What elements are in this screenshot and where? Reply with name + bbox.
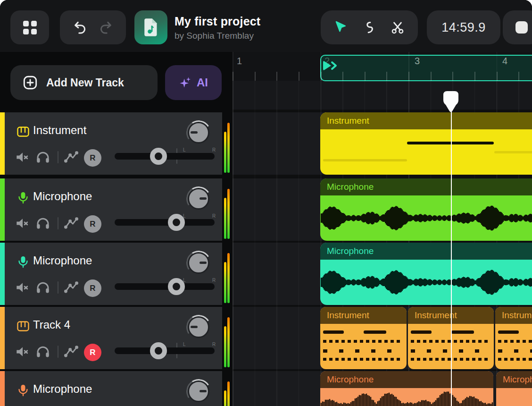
- pan-right-label: R: [212, 342, 216, 347]
- clip-microphone-salmon[interactable]: Microphone: [496, 371, 532, 406]
- volume-slider[interactable]: [115, 283, 215, 290]
- clip-microphone-teal[interactable]: Microphone: [320, 243, 532, 305]
- vu-meter-bar: [227, 123, 230, 173]
- midi-note: [411, 330, 432, 334]
- piano-icon: [17, 126, 29, 138]
- headphones-icon[interactable]: [36, 280, 50, 295]
- add-new-track-button[interactable]: Add New Track: [10, 65, 158, 100]
- clip-label: Microphone: [327, 374, 374, 385]
- volume-slider-handle[interactable]: [150, 342, 167, 359]
- track-name: Microphone: [33, 190, 92, 203]
- plus-square-icon: [23, 75, 38, 90]
- pan-knob[interactable]: [188, 316, 209, 338]
- divider: [58, 346, 58, 358]
- midi-note: [451, 330, 474, 334]
- vu-meter-bar: [224, 132, 226, 173]
- mute-icon[interactable]: [16, 150, 30, 164]
- record-arm-button[interactable]: R: [84, 344, 101, 361]
- clip-instrument-yellow[interactable]: Instrument: [320, 112, 532, 175]
- pan-knob-arc: [184, 118, 213, 147]
- track-row[interactable]: Microphone L R R: [0, 371, 222, 406]
- undo-icon[interactable]: [73, 20, 87, 34]
- volume-slider-handle[interactable]: [168, 214, 185, 231]
- cursor-tool-icon[interactable]: [334, 20, 348, 34]
- volume-slider[interactable]: [115, 219, 215, 226]
- headphones-icon[interactable]: [36, 345, 50, 359]
- audio-waveform: [320, 195, 532, 241]
- vu-meter-bar: [224, 262, 226, 303]
- pan-knob-indicator: [200, 390, 207, 392]
- pan-right-label: R: [212, 147, 216, 152]
- microphone-icon: [17, 384, 29, 397]
- clip-label: Instrument: [327, 116, 369, 126]
- track-color-strip: [0, 243, 5, 305]
- vu-meter-bar: [224, 390, 226, 406]
- automation-icon[interactable]: [64, 216, 78, 230]
- clip-microphone-salmon[interactable]: Microphone: [320, 371, 493, 406]
- audio-waveform: [320, 389, 493, 406]
- project-file-icon: [142, 18, 159, 37]
- clip-label: Microphone: [327, 246, 374, 256]
- midi-note-row: [323, 340, 403, 343]
- bar-number-1: 1: [237, 56, 242, 67]
- time-display: 14:59.9: [427, 10, 500, 44]
- clip-instrument-orange[interactable]: Instrument: [320, 307, 407, 369]
- track-color-strip: [0, 307, 5, 369]
- apps-menu-button[interactable]: [10, 10, 49, 44]
- track-row[interactable]: Microphone L R R: [0, 178, 222, 241]
- volume-slider-handle[interactable]: [150, 148, 167, 165]
- vu-meter-bar: [224, 198, 226, 239]
- pan-knob[interactable]: [188, 252, 209, 274]
- pan-knob-arc: [184, 377, 213, 406]
- vu-meter-bar: [227, 189, 230, 239]
- mute-icon[interactable]: [16, 216, 30, 230]
- loop-start-marker-icon[interactable]: [323, 59, 341, 76]
- record-arm-button[interactable]: R: [84, 215, 101, 233]
- track-name: Microphone: [33, 254, 92, 267]
- volume-slider-handle[interactable]: [168, 278, 185, 295]
- ai-assistant-button[interactable]: AI: [165, 65, 222, 100]
- track-row[interactable]: Track 4 L R R: [0, 307, 222, 369]
- scissors-tool-icon[interactable]: [391, 20, 405, 34]
- playhead-pin[interactable]: [443, 91, 459, 113]
- divider: [58, 151, 58, 163]
- playhead-line[interactable]: [451, 111, 452, 406]
- track-color-strip: [0, 178, 5, 241]
- automation-icon[interactable]: [64, 150, 78, 164]
- midi-note-row: [323, 349, 403, 353]
- project-file-button[interactable]: [134, 10, 167, 44]
- record-arm-button[interactable]: R: [84, 149, 101, 167]
- mute-icon[interactable]: [16, 280, 30, 295]
- pan-right-label: R: [212, 278, 216, 283]
- add-new-track-label: Add New Track: [46, 76, 124, 89]
- track-row[interactable]: Microphone L R R: [0, 243, 222, 305]
- track-color-strip: [0, 371, 5, 406]
- headphones-icon[interactable]: [36, 150, 50, 164]
- clip-label: Microphone: [327, 182, 374, 192]
- clip-instrument-orange[interactable]: Instrument: [495, 307, 532, 369]
- project-title: My first project: [175, 15, 260, 28]
- pan-right-label: R: [212, 213, 216, 219]
- pan-knob[interactable]: [188, 381, 209, 402]
- daw-app-window: My first project by Sophia Tremblay 14:5…: [0, 0, 532, 406]
- stop-button[interactable]: [515, 21, 528, 34]
- timeline-area: 1 2 3 4 InstrumentMicrophoneMicrophoneIn…: [233, 52, 532, 406]
- apps-grid-icon: [23, 21, 37, 34]
- record-arm-button[interactable]: R: [84, 279, 101, 297]
- redo-icon[interactable]: [99, 20, 113, 34]
- track-name: Microphone: [33, 382, 92, 396]
- pan-knob[interactable]: [188, 122, 209, 144]
- automation-icon[interactable]: [64, 280, 78, 295]
- headphones-icon[interactable]: [36, 216, 50, 230]
- divider: [58, 217, 58, 229]
- automation-icon[interactable]: [64, 345, 78, 359]
- project-author: by Sophia Tremblay: [175, 31, 254, 41]
- mute-icon[interactable]: [16, 345, 30, 359]
- clip-label: Instrument: [502, 310, 532, 321]
- waveform-tool-icon[interactable]: [362, 20, 376, 34]
- track-row[interactable]: Instrument L R R: [0, 112, 222, 175]
- track-name: Track 4: [33, 318, 70, 331]
- clip-microphone-green[interactable]: Microphone: [320, 178, 532, 241]
- pan-knob[interactable]: [188, 188, 209, 210]
- pan-knob-indicator: [191, 326, 198, 328]
